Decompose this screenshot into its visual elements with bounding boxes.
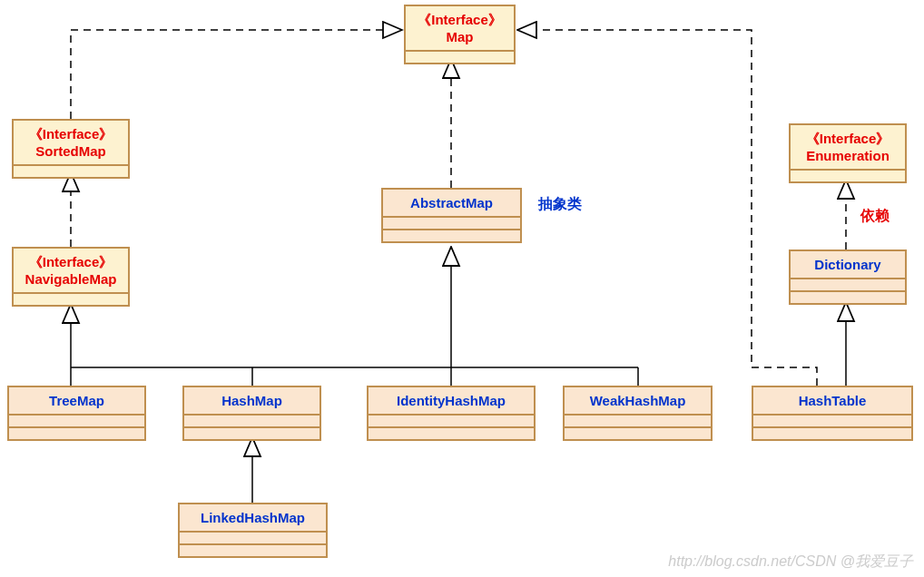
interface-navigablemap-title: 《Interface》 NavigableMap xyxy=(14,249,128,294)
stereotype-label: 《Interface》 xyxy=(17,254,124,271)
connector-layer xyxy=(0,0,924,577)
stereotype-label: 《Interface》 xyxy=(17,126,124,143)
interface-navigablemap: 《Interface》 NavigableMap xyxy=(12,247,130,307)
interface-enumeration: 《Interface》 Enumeration xyxy=(789,123,907,183)
class-name: SortedMap xyxy=(35,143,106,159)
class-treemap: TreeMap xyxy=(7,386,146,441)
class-hashtable: HashTable xyxy=(752,386,913,441)
watermark: http://blog.csdn.net/CSDN @我爱豆子 xyxy=(668,553,913,572)
uml-diagram: 《Interface》 Map 《Interface》 SortedMap 《I… xyxy=(0,0,924,577)
class-name: LinkedHashMap xyxy=(180,504,326,533)
class-name: IdentityHashMap xyxy=(369,387,534,416)
class-weakhashmap: WeakHashMap xyxy=(563,386,713,441)
class-linkedhashmap: LinkedHashMap xyxy=(178,503,328,558)
class-name: HashMap xyxy=(184,387,319,416)
class-name: TreeMap xyxy=(9,387,144,416)
interface-map: 《Interface》 Map xyxy=(404,5,516,64)
class-identityhashmap: IdentityHashMap xyxy=(367,386,536,441)
class-abstractmap: AbstractMap xyxy=(381,188,522,243)
class-name: Dictionary xyxy=(791,251,905,279)
class-name: Enumeration xyxy=(806,148,890,163)
class-dictionary: Dictionary xyxy=(789,249,907,305)
class-name: AbstractMap xyxy=(383,190,520,218)
annotation-dependency: 依赖 xyxy=(860,207,890,226)
interface-sortedmap: 《Interface》 SortedMap xyxy=(12,119,130,179)
class-name: Map xyxy=(447,29,474,44)
annotation-abstract-class: 抽象类 xyxy=(538,195,582,214)
class-name: NavigableMap xyxy=(25,271,117,287)
class-name: HashTable xyxy=(753,387,911,416)
interface-sortedmap-title: 《Interface》 SortedMap xyxy=(14,121,128,166)
interface-map-title: 《Interface》 Map xyxy=(406,6,514,52)
stereotype-label: 《Interface》 xyxy=(409,12,510,29)
class-name: WeakHashMap xyxy=(565,387,711,416)
stereotype-label: 《Interface》 xyxy=(794,131,901,148)
class-hashmap: HashMap xyxy=(182,386,321,441)
interface-enumeration-title: 《Interface》 Enumeration xyxy=(791,125,905,171)
